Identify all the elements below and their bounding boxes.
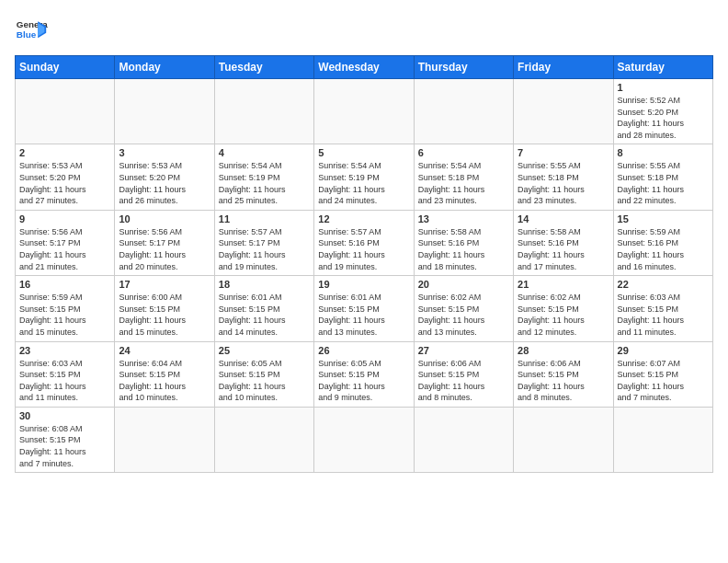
day-info: Sunrise: 6:02 AM Sunset: 5:15 PM Dayligh… — [418, 292, 509, 338]
day-number: 24 — [119, 345, 210, 356]
day-number: 15 — [618, 213, 709, 224]
day-number: 28 — [518, 345, 609, 356]
day-info: Sunrise: 5:57 AM Sunset: 5:16 PM Dayligh… — [318, 226, 409, 272]
calendar-cell: 26Sunrise: 6:05 AM Sunset: 5:15 PM Dayli… — [314, 341, 414, 407]
day-info: Sunrise: 6:07 AM Sunset: 5:15 PM Dayligh… — [618, 358, 709, 404]
day-number: 7 — [518, 147, 609, 158]
weekday-header-sunday: Sunday — [16, 56, 115, 79]
calendar-cell: 27Sunrise: 6:06 AM Sunset: 5:15 PM Dayli… — [414, 341, 513, 407]
calendar-cell: 12Sunrise: 5:57 AM Sunset: 5:16 PM Dayli… — [314, 210, 414, 275]
calendar-cell: 13Sunrise: 5:58 AM Sunset: 5:16 PM Dayli… — [414, 210, 513, 275]
calendar-cell: 9Sunrise: 5:56 AM Sunset: 5:17 PM Daylig… — [16, 210, 115, 275]
calendar-cell: 28Sunrise: 6:06 AM Sunset: 5:15 PM Dayli… — [514, 341, 613, 407]
day-info: Sunrise: 6:00 AM Sunset: 5:15 PM Dayligh… — [119, 292, 210, 338]
day-info: Sunrise: 6:06 AM Sunset: 5:15 PM Dayligh… — [418, 358, 509, 404]
calendar-cell: 20Sunrise: 6:02 AM Sunset: 5:15 PM Dayli… — [414, 276, 513, 341]
calendar-cell: 23Sunrise: 6:03 AM Sunset: 5:15 PM Dayli… — [16, 341, 115, 407]
calendar-cell: 5Sunrise: 5:54 AM Sunset: 5:19 PM Daylig… — [314, 144, 414, 210]
calendar-cell: 4Sunrise: 5:54 AM Sunset: 5:19 PM Daylig… — [214, 144, 313, 210]
day-info: Sunrise: 6:01 AM Sunset: 5:15 PM Dayligh… — [219, 292, 310, 338]
day-number: 16 — [19, 279, 110, 290]
day-number: 30 — [19, 410, 110, 421]
day-number: 2 — [19, 147, 110, 158]
calendar-cell: 17Sunrise: 6:00 AM Sunset: 5:15 PM Dayli… — [115, 276, 214, 341]
day-number: 22 — [618, 279, 709, 290]
calendar-week-row: 30Sunrise: 6:08 AM Sunset: 5:15 PM Dayli… — [16, 407, 713, 472]
calendar-cell: 16Sunrise: 5:59 AM Sunset: 5:15 PM Dayli… — [16, 276, 115, 341]
calendar-cell: 21Sunrise: 6:02 AM Sunset: 5:15 PM Dayli… — [514, 276, 613, 341]
calendar-cell: 1Sunrise: 5:52 AM Sunset: 5:20 PM Daylig… — [613, 79, 712, 144]
calendar-cell — [115, 79, 214, 144]
weekday-header-monday: Monday — [115, 56, 214, 79]
day-info: Sunrise: 5:54 AM Sunset: 5:18 PM Dayligh… — [418, 160, 509, 206]
day-number: 13 — [418, 213, 509, 224]
calendar-cell — [514, 407, 613, 472]
calendar-week-row: 2Sunrise: 5:53 AM Sunset: 5:20 PM Daylig… — [16, 144, 713, 210]
weekday-header-tuesday: Tuesday — [214, 56, 313, 79]
day-number: 19 — [318, 279, 409, 290]
day-number: 29 — [618, 345, 709, 356]
calendar-cell: 3Sunrise: 5:53 AM Sunset: 5:20 PM Daylig… — [115, 144, 214, 210]
day-info: Sunrise: 5:58 AM Sunset: 5:16 PM Dayligh… — [418, 226, 509, 272]
calendar-week-row: 1Sunrise: 5:52 AM Sunset: 5:20 PM Daylig… — [16, 79, 713, 144]
day-number: 10 — [119, 213, 210, 224]
logo-icon: General Blue — [15, 15, 48, 48]
calendar-cell: 25Sunrise: 6:05 AM Sunset: 5:15 PM Dayli… — [214, 341, 313, 407]
day-number: 6 — [418, 147, 509, 158]
calendar-cell: 2Sunrise: 5:53 AM Sunset: 5:20 PM Daylig… — [16, 144, 115, 210]
calendar-cell: 6Sunrise: 5:54 AM Sunset: 5:18 PM Daylig… — [414, 144, 513, 210]
day-number: 25 — [219, 345, 310, 356]
calendar-cell: 8Sunrise: 5:55 AM Sunset: 5:18 PM Daylig… — [613, 144, 712, 210]
svg-text:Blue: Blue — [17, 29, 37, 40]
calendar-cell: 19Sunrise: 6:01 AM Sunset: 5:15 PM Dayli… — [314, 276, 414, 341]
calendar-cell — [414, 407, 513, 472]
calendar-cell — [214, 79, 313, 144]
day-info: Sunrise: 5:57 AM Sunset: 5:17 PM Dayligh… — [219, 226, 310, 272]
calendar-cell — [613, 407, 712, 472]
calendar-table: SundayMondayTuesdayWednesdayThursdayFrid… — [15, 55, 713, 473]
calendar-week-row: 23Sunrise: 6:03 AM Sunset: 5:15 PM Dayli… — [16, 341, 713, 407]
calendar-cell: 11Sunrise: 5:57 AM Sunset: 5:17 PM Dayli… — [214, 210, 313, 275]
day-info: Sunrise: 5:55 AM Sunset: 5:18 PM Dayligh… — [618, 160, 709, 206]
calendar-cell — [314, 407, 414, 472]
weekday-header-thursday: Thursday — [414, 56, 513, 79]
page-header: General Blue — [15, 15, 713, 48]
calendar-cell — [16, 79, 115, 144]
day-info: Sunrise: 5:53 AM Sunset: 5:20 PM Dayligh… — [119, 160, 210, 206]
weekday-header-saturday: Saturday — [613, 56, 712, 79]
calendar-cell: 18Sunrise: 6:01 AM Sunset: 5:15 PM Dayli… — [214, 276, 313, 341]
calendar-cell — [414, 79, 513, 144]
calendar-cell — [214, 407, 313, 472]
day-info: Sunrise: 5:53 AM Sunset: 5:20 PM Dayligh… — [19, 160, 110, 206]
day-number: 9 — [19, 213, 110, 224]
day-info: Sunrise: 6:04 AM Sunset: 5:15 PM Dayligh… — [119, 358, 210, 404]
day-info: Sunrise: 6:06 AM Sunset: 5:15 PM Dayligh… — [518, 358, 609, 404]
calendar-cell — [314, 79, 414, 144]
day-info: Sunrise: 5:54 AM Sunset: 5:19 PM Dayligh… — [318, 160, 409, 206]
day-info: Sunrise: 6:02 AM Sunset: 5:15 PM Dayligh… — [518, 292, 609, 338]
weekday-header-row: SundayMondayTuesdayWednesdayThursdayFrid… — [16, 56, 713, 79]
day-number: 17 — [119, 279, 210, 290]
calendar-cell: 15Sunrise: 5:59 AM Sunset: 5:16 PM Dayli… — [613, 210, 712, 275]
day-info: Sunrise: 5:55 AM Sunset: 5:18 PM Dayligh… — [518, 160, 609, 206]
day-number: 8 — [618, 147, 709, 158]
day-info: Sunrise: 6:05 AM Sunset: 5:15 PM Dayligh… — [219, 358, 310, 404]
day-info: Sunrise: 5:56 AM Sunset: 5:17 PM Dayligh… — [19, 226, 110, 272]
day-info: Sunrise: 5:56 AM Sunset: 5:17 PM Dayligh… — [119, 226, 210, 272]
day-info: Sunrise: 6:08 AM Sunset: 5:15 PM Dayligh… — [19, 423, 110, 469]
calendar-week-row: 9Sunrise: 5:56 AM Sunset: 5:17 PM Daylig… — [16, 210, 713, 275]
calendar-cell: 24Sunrise: 6:04 AM Sunset: 5:15 PM Dayli… — [115, 341, 214, 407]
logo: General Blue — [15, 15, 48, 48]
day-number: 23 — [19, 345, 110, 356]
day-info: Sunrise: 5:54 AM Sunset: 5:19 PM Dayligh… — [219, 160, 310, 206]
calendar-cell: 14Sunrise: 5:58 AM Sunset: 5:16 PM Dayli… — [514, 210, 613, 275]
day-number: 11 — [219, 213, 310, 224]
day-info: Sunrise: 6:03 AM Sunset: 5:15 PM Dayligh… — [618, 292, 709, 338]
day-info: Sunrise: 5:52 AM Sunset: 5:20 PM Dayligh… — [618, 95, 709, 141]
weekday-header-wednesday: Wednesday — [314, 56, 414, 79]
weekday-header-friday: Friday — [514, 56, 613, 79]
day-number: 20 — [418, 279, 509, 290]
calendar-cell: 7Sunrise: 5:55 AM Sunset: 5:18 PM Daylig… — [514, 144, 613, 210]
day-number: 4 — [219, 147, 310, 158]
calendar-cell: 29Sunrise: 6:07 AM Sunset: 5:15 PM Dayli… — [613, 341, 712, 407]
